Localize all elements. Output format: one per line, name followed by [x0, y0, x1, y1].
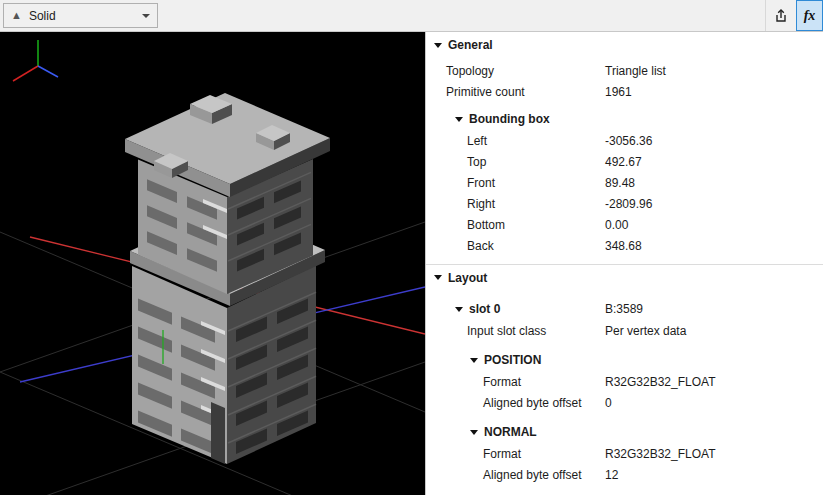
fx-label: fx	[804, 8, 816, 24]
property-label: Right	[467, 197, 495, 211]
fx-button[interactable]: fx	[796, 0, 823, 31]
section-title: General	[448, 38, 493, 52]
property-row-normal-format: Format R32G32B32_FLOAT	[426, 443, 823, 464]
property-value: 1961	[605, 85, 632, 99]
property-row-input-slot-class: Input slot class Per vertex data	[426, 320, 823, 341]
property-label: Format	[483, 375, 521, 389]
chevron-down-icon	[142, 14, 150, 18]
slot-0-header[interactable]: slot 0 B:3589	[426, 298, 823, 320]
property-label: Primitive count	[446, 85, 525, 99]
render-mode-label: Solid	[29, 9, 135, 23]
main-content: General Topology Triangle list Primitive…	[0, 32, 823, 495]
property-row-primitive-count: Primitive count 1961	[426, 81, 823, 102]
property-label: Top	[467, 155, 486, 169]
property-value: 12	[605, 468, 618, 482]
property-value: 89.48	[605, 176, 635, 190]
property-label: Front	[467, 176, 495, 190]
property-row-position-offset: Aligned byte offset 0	[426, 392, 823, 413]
property-label: Bottom	[467, 218, 505, 232]
property-value: -3056.36	[605, 134, 652, 148]
property-label: Format	[483, 447, 521, 461]
property-label: Aligned byte offset	[483, 396, 582, 410]
property-row-topology: Topology Triangle list	[426, 60, 823, 81]
export-button[interactable]	[766, 0, 796, 31]
property-row-right: Right -2809.96	[426, 193, 823, 214]
property-value: R32G32B32_FLOAT	[605, 447, 716, 461]
property-value: Per vertex data	[605, 324, 686, 338]
section-title: Layout	[448, 271, 487, 285]
bounding-box-header[interactable]: Bounding box	[426, 108, 823, 130]
normal-element-header[interactable]: NORMAL	[426, 421, 823, 443]
property-row-normal-offset: Aligned byte offset 12	[426, 464, 823, 485]
properties-panel: General Topology Triangle list Primitive…	[425, 32, 823, 495]
group-title: NORMAL	[484, 425, 537, 439]
property-row-bottom: Bottom 0.00	[426, 214, 823, 235]
collapse-triangle-icon	[434, 275, 442, 280]
property-label: Aligned byte offset	[483, 468, 582, 482]
layout-section-header[interactable]: Layout	[426, 264, 823, 290]
property-label: Back	[467, 239, 494, 253]
property-row-top: Top 492.67	[426, 151, 823, 172]
property-label: Left	[467, 134, 487, 148]
group-title: Bounding box	[469, 112, 550, 126]
general-section-header[interactable]: General	[426, 32, 823, 58]
graphics-mesh-viewer-window: ▲ Solid fx	[0, 0, 823, 495]
property-row-back: Back 348.68	[426, 235, 823, 256]
section-general: General Topology Triangle list Primitive…	[426, 32, 823, 264]
property-row-front: Front 89.48	[426, 172, 823, 193]
collapse-triangle-icon	[470, 358, 478, 363]
slot-value: B:3589	[605, 302, 643, 316]
group-title: slot 0	[469, 302, 500, 316]
3d-viewport[interactable]	[0, 32, 425, 495]
property-value: R32G32B32_FLOAT	[605, 375, 716, 389]
entrance-door	[211, 402, 225, 464]
property-value: -2809.96	[605, 197, 652, 211]
property-row-left: Left -3056.36	[426, 130, 823, 151]
section-layout: Layout slot 0 B:3589 Input slot class Pe…	[426, 264, 823, 485]
collapse-triangle-icon	[455, 117, 463, 122]
collapse-triangle-icon	[455, 307, 463, 312]
collapse-triangle-icon	[470, 430, 478, 435]
property-value: 0.00	[605, 218, 628, 232]
property-value: Triangle list	[605, 64, 666, 78]
property-value: 348.68	[605, 239, 642, 253]
property-label: Topology	[446, 64, 494, 78]
property-value: 0	[605, 396, 612, 410]
render-mode-dropdown[interactable]: ▲ Solid	[3, 3, 158, 28]
group-title: POSITION	[484, 353, 541, 367]
collapse-triangle-icon	[434, 43, 442, 48]
toolbar: ▲ Solid fx	[0, 0, 823, 32]
property-row-position-format: Format R32G32B32_FLOAT	[426, 371, 823, 392]
property-label: Input slot class	[467, 324, 546, 338]
position-element-header[interactable]: POSITION	[426, 349, 823, 371]
property-value: 492.67	[605, 155, 642, 169]
triangle-solid-icon: ▲	[11, 10, 22, 21]
export-icon	[773, 8, 789, 24]
3d-viewport-canvas[interactable]	[0, 32, 425, 495]
